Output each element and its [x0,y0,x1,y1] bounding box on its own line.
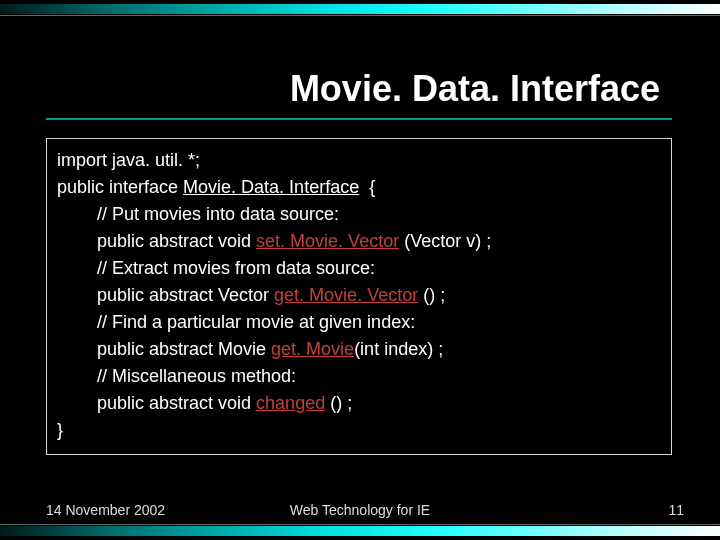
code-line: public interface Movie. Data. Interface … [57,174,661,201]
code-method: get. Movie. Vector [274,285,418,305]
code-line: public abstract void changed () ; [57,390,661,417]
code-text: import java. util. *; [57,150,200,170]
code-text: public abstract Movie [97,339,271,359]
code-method: set. Movie. Vector [256,231,399,251]
code-comment: // Miscellaneous method: [97,366,296,386]
code-text: public interface [57,177,183,197]
code-box: import java. util. *; public interface M… [46,138,672,455]
code-line: public abstract Movie get. Movie(int ind… [57,336,661,363]
code-text: (Vector v) ; [399,231,491,251]
code-line: } [57,417,661,444]
footer-page-number: 11 [668,502,684,518]
bottom-gradient-bar [0,520,720,540]
code-comment: // Find a particular movie at given inde… [97,312,415,332]
code-text: public abstract Vector [97,285,274,305]
code-text: () ; [325,393,352,413]
footer-center: Web Technology for IE [0,502,720,518]
code-text: public abstract void [97,231,256,251]
code-text: } [57,420,63,440]
code-text: (int index) ; [354,339,443,359]
code-line: public abstract Vector get. Movie. Vecto… [57,282,661,309]
code-text: () ; [418,285,445,305]
code-text: { [359,177,375,197]
code-method: changed [256,393,325,413]
code-line: // Find a particular movie at given inde… [57,309,661,336]
code-method: get. Movie [271,339,354,359]
code-comment: // Put movies into data source: [97,204,339,224]
top-gradient-bar [0,0,720,20]
code-line: public abstract void set. Movie. Vector … [57,228,661,255]
code-line: // Extract movies from data source: [57,255,661,282]
code-line: // Put movies into data source: [57,201,661,228]
code-identifier: Movie. Data. Interface [183,177,359,197]
code-comment: // Extract movies from data source: [97,258,375,278]
code-text: public abstract void [97,393,256,413]
code-line: import java. util. *; [57,147,661,174]
code-line: // Miscellaneous method: [57,363,661,390]
slide-title: Movie. Data. Interface [290,68,660,110]
title-underline [46,118,672,120]
